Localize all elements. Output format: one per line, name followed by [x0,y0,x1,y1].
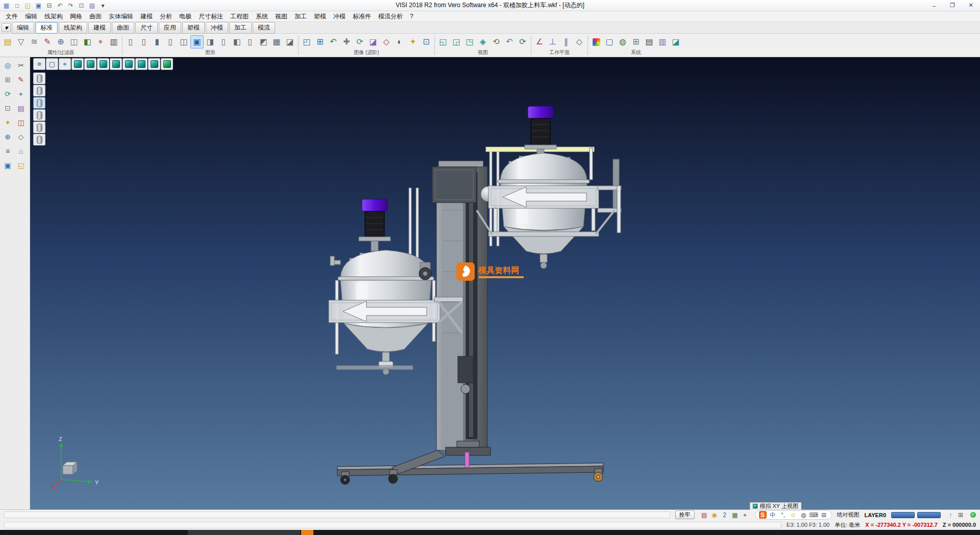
mini-palette-icon[interactable]: ▦ [730,510,740,520]
measure-icon[interactable]: ⌖ [15,88,27,100]
zoom-window-icon[interactable]: ◰ [300,35,313,48]
color-palette-cube-icon[interactable] [590,35,603,48]
filter-annotations-icon[interactable] [33,134,45,145]
menu-曲面[interactable]: 曲面 [86,11,105,22]
menu-文件[interactable]: 文件 [2,11,21,22]
menu-标准件[interactable]: 标准件 [349,11,375,22]
menu-编辑[interactable]: 编辑 [21,11,41,22]
tab-编辑[interactable]: 编辑 [12,22,34,34]
maximize-button[interactable]: ❐ [943,0,962,11]
point-display-icon[interactable]: ▯ [137,35,151,48]
menu-塑模[interactable]: 塑模 [310,11,330,22]
ime-language-icon[interactable]: 中 [768,510,778,519]
print-icon[interactable]: ⊟ [44,1,55,10]
edit-attributes-icon[interactable]: ✎ [41,35,54,48]
filter-all-entities-icon[interactable] [33,72,45,84]
home-view-icon[interactable]: ⌂ [15,145,27,157]
tab-曲面[interactable]: 曲面 [112,22,134,34]
undo-icon[interactable]: ↶ [55,1,65,10]
selection-magnet-icon[interactable]: ⊕ [54,35,67,48]
rotate-entity-icon[interactable]: ⟳ [2,88,14,100]
attribute-colors-icon[interactable]: ▤ [1,35,14,48]
shadow-view-icon[interactable]: ◐ [393,35,406,48]
material-display-icon[interactable]: ◪ [283,35,297,48]
erase-filter-icon[interactable]: ◫ [67,35,81,48]
view-cube-left-icon[interactable] [122,58,135,70]
menu-模流分析[interactable]: 模流分析 [375,11,406,22]
menu-网格[interactable]: 网格 [66,11,86,22]
normal-display-icon[interactable]: ▯ [243,35,257,48]
view-cube-right-icon[interactable] [97,58,109,70]
tab-建模[interactable]: 建模 [88,22,111,34]
sogou-logo-icon[interactable]: S [758,510,768,519]
workplane-xy-icon[interactable]: ∠ [533,35,546,48]
tab-加工[interactable]: 加工 [229,22,252,34]
tab-标准[interactable]: 标准 [35,22,58,34]
menu-加工[interactable]: 加工 [291,11,310,22]
quick-access-dropdown-icon[interactable]: ▾ [97,1,108,10]
tab-overflow-dropdown[interactable]: ▾ [2,23,11,32]
snap-grid-icon[interactable]: ⊞ [2,74,14,86]
curve-display-icon[interactable]: ▮ [151,35,164,48]
menu-?[interactable]: ? [406,12,417,21]
view-top-icon[interactable]: ◱ [436,35,450,48]
attribute-filter-icon[interactable]: ▽ [14,35,28,48]
system-globe-icon[interactable]: ◍ [616,35,629,48]
tab-应用[interactable]: 应用 [159,22,181,34]
viewport-3d[interactable]: 模具资料网 Z Y ✕ ≡▢⌖ [30,57,980,509]
save-file-icon[interactable]: ▣ [33,1,44,10]
paint-entity-icon[interactable]: ✦ [2,116,14,129]
view-front-icon[interactable]: ◲ [450,35,463,48]
taskbar-highlight-segment[interactable] [301,530,313,535]
pick-entity-icon[interactable]: ⌖ [94,35,107,48]
match-properties-icon[interactable]: ≋ [28,35,41,48]
light-settings-icon[interactable]: ✦ [406,35,420,48]
trim-scissors-icon[interactable]: ✂ [15,59,27,71]
circle-tool-icon[interactable]: ◇ [15,131,27,143]
datum-toggle-icon[interactable]: ⌖ [59,58,71,70]
view-mode-label[interactable]: 绝对视图 [837,511,860,519]
view-isometric-icon[interactable]: ◈ [476,35,489,48]
workplane-parallel-icon[interactable]: ∥ [559,35,573,48]
view-cube-bottom-icon[interactable] [135,58,148,70]
status-bar-segment-2[interactable] [917,512,941,518]
menu-尺寸标注[interactable]: 尺寸标注 [195,11,227,22]
rotate-view-icon[interactable]: ⟳ [353,35,366,48]
database-icon[interactable]: ▥ [656,35,669,48]
viewport-layout-icon[interactable]: ▢ [46,58,58,70]
menu-工程图[interactable]: 工程图 [227,11,252,22]
attach-magnet-icon[interactable]: ⊕ [2,131,14,143]
section-view-icon[interactable]: ◪ [366,35,380,48]
filter-wireframe-icon[interactable] [33,85,45,96]
layer-grid-icon[interactable]: ⊞ [956,510,965,520]
modify-gear-icon[interactable]: ⊡ [2,102,14,114]
view-cube-top-icon[interactable] [71,58,84,70]
tab-冲模[interactable]: 冲模 [206,22,228,34]
texture-display-icon[interactable]: ▦ [270,35,283,48]
surface-display-icon[interactable]: ▯ [164,35,177,48]
layer-up-icon[interactable]: ↑ [946,510,955,520]
ime-keyboard-icon[interactable]: ⌨ [809,510,819,519]
perspective-view-icon[interactable]: ◇ [380,35,393,48]
view-cube-front-icon[interactable] [84,58,96,70]
list-info-icon[interactable]: ≡ [2,145,14,157]
view-side-icon[interactable]: ◳ [463,35,476,48]
ime-toolbox-icon[interactable]: ⊞ [819,510,829,519]
session-log-icon[interactable]: ▤ [700,510,709,520]
view-cube-shaded-icon[interactable] [161,58,173,70]
display-modes-icon[interactable]: ▤ [87,1,97,10]
ime-emoji-icon[interactable]: ☺ [789,510,798,519]
close-button[interactable]: ✕ [962,0,980,11]
calculator-icon[interactable]: ▤ [643,35,656,48]
options-icon[interactable]: ⊡ [76,1,87,10]
snapshot-icon[interactable]: ◉ [710,510,719,520]
redo-icon[interactable]: ↷ [65,1,76,10]
filter-solids-icon[interactable] [33,97,45,109]
capture-image-icon[interactable]: ⊡ [420,35,433,48]
view-refresh-icon[interactable]: ⟳ [516,35,529,48]
open-session-icon[interactable]: ◱ [15,159,27,172]
minimize-button[interactable]: – [925,0,943,11]
shaded-display-icon[interactable]: ▣ [190,35,204,48]
lock-button[interactable]: 拴牢 [675,510,695,519]
copy-attributes-icon[interactable]: ◧ [81,35,94,48]
